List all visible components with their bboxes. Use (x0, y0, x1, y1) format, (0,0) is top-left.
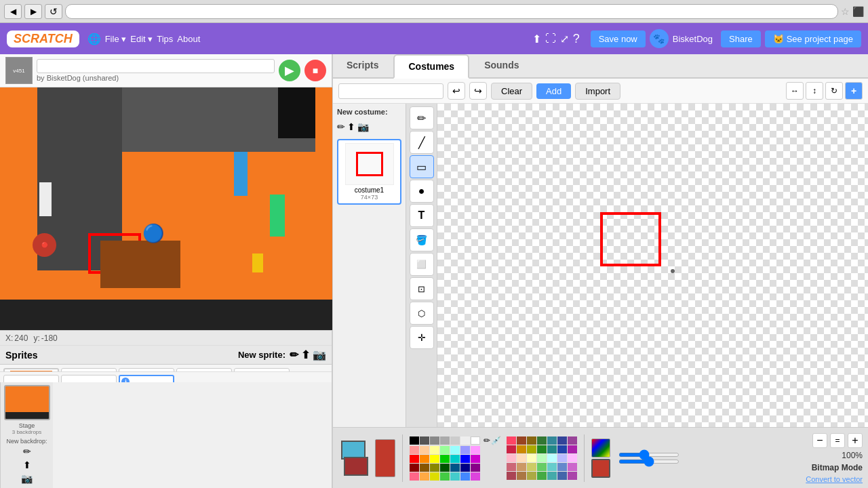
undo-button[interactable]: ↩ (448, 82, 465, 100)
camera-sprite-icon[interactable]: 📷 (313, 348, 326, 361)
see-project-button[interactable]: 🐱 See project page (765, 30, 861, 47)
globe-icon: 🌐 (87, 33, 101, 45)
paint-backdrop-icon[interactable]: ✏ (23, 446, 31, 457)
camera-backdrop-icon[interactable]: 📷 (21, 473, 33, 484)
select-tool[interactable]: ⊡ (410, 277, 434, 300)
project-sprite-thumb: v451 (5, 57, 33, 84)
zoom-equal-button[interactable]: = (830, 433, 845, 448)
paint-sprite-icon[interactable]: ✏ (290, 348, 298, 361)
tab-costumes[interactable]: Costumes (393, 54, 469, 79)
stage-blue-character: 🔵 (142, 223, 164, 244)
stage-sprite-green (270, 195, 285, 237)
fill-tool[interactable]: 🪣 (410, 228, 434, 251)
user-area[interactable]: 🐾 BisketDog (650, 29, 713, 48)
upload-new-costume-icon[interactable]: ⬆ (347, 121, 355, 132)
zoom-plus-button[interactable]: + (848, 433, 863, 448)
sprite-card-mask[interactable]: Mask (3, 375, 59, 382)
camera-new-costume-icon[interactable]: 📷 (357, 121, 369, 132)
stage-sprite-yellow (252, 253, 263, 272)
opacity-slider[interactable] (618, 460, 679, 464)
costume-card-1[interactable]: costume1 74×73 (337, 139, 401, 205)
move-tool[interactable]: ✛ (410, 326, 434, 349)
eyedropper-icon[interactable]: 💉 (491, 436, 501, 445)
color-spectrum-swatch[interactable] (591, 439, 610, 458)
maximize-icon: ⤢ (560, 33, 569, 45)
drawn-rect (600, 212, 661, 266)
share-button[interactable]: Share (721, 30, 761, 47)
file-menu[interactable]: File ▾ (105, 34, 127, 44)
tab-sounds[interactable]: Sounds (471, 54, 532, 77)
clear-button[interactable]: Clear (491, 83, 532, 100)
address-bar[interactable]: https://scratch.mit.edu/projects/1305925… (65, 4, 838, 19)
flip-v-button[interactable]: ↕ (806, 82, 823, 100)
sprites-label: Sprites (5, 350, 37, 361)
avatar: 🐾 (650, 29, 669, 48)
scratch-logo[interactable]: SCRATCH (7, 30, 79, 47)
backdrops-count-label: 3 backdrops (12, 429, 42, 435)
new-costume-label: New costume: (337, 108, 401, 116)
stage-sprite-blue (234, 152, 248, 196)
pencil-tool[interactable]: ✏ (410, 106, 434, 129)
convert-to-vector-button[interactable]: Convert to vector (806, 475, 863, 483)
stage-backdrop-thumb (4, 385, 50, 420)
color-grid[interactable]: ✏ 💉 (410, 436, 501, 481)
stage-sprite-white (39, 182, 52, 216)
stop-button[interactable]: ■ (304, 60, 326, 81)
upload-sprite-icon[interactable]: ⬆ (301, 348, 310, 361)
stage-sprite-red-frame: 🔴 (33, 233, 56, 257)
about-link[interactable]: About (177, 34, 200, 44)
flip-h-button[interactable]: ↔ (786, 82, 804, 100)
star-icon: ☆ (841, 6, 850, 17)
active-color-2[interactable] (344, 457, 368, 476)
green-flag-button[interactable]: ▶ (279, 60, 300, 81)
project-title-input[interactable]: One Night at bisket dogs dog house-4 (37, 59, 275, 73)
extensions-icon: ⬛ (852, 6, 864, 17)
add-button[interactable]: Add (536, 83, 571, 99)
line-tool[interactable]: ╱ (410, 131, 434, 154)
import-button[interactable]: Import (575, 83, 620, 100)
author-label: by BisketDog (unshared) (37, 74, 275, 82)
costume-1-name: costume1 (355, 186, 384, 194)
stage-thumb-label: Stage (19, 422, 35, 429)
selected-color-indicator[interactable] (591, 459, 610, 478)
tips-link[interactable]: Tips (157, 34, 173, 44)
back-button[interactable]: ◀ (4, 4, 22, 19)
ellipse-tool[interactable]: ● (410, 180, 434, 203)
add-toolbar-button[interactable]: + (845, 82, 863, 100)
reload-button[interactable]: ↺ (45, 4, 62, 19)
new-sprite-label: New sprite: (238, 350, 285, 360)
selection-handle (671, 269, 675, 273)
eraser-tool[interactable]: ⬜ (410, 253, 434, 276)
costume-name-input[interactable]: costume1 (338, 83, 443, 99)
stamp-tool[interactable]: ⬡ (410, 302, 434, 325)
paint-new-costume-icon[interactable]: ✏ (337, 121, 345, 132)
bitmap-mode-button[interactable]: Bitmap Mode (812, 463, 863, 472)
stage-brown-box (100, 241, 180, 288)
new-backdrop-label: New backdrop: (6, 438, 47, 445)
sprite-card-triangle[interactable] (61, 375, 117, 382)
zoom-minus-button[interactable]: − (812, 433, 827, 448)
forward-button[interactable]: ▶ (24, 4, 42, 19)
help-icon: ? (573, 32, 580, 46)
big-red-swatch[interactable] (375, 439, 395, 477)
username-label: BisketDog (673, 34, 713, 44)
fullscreen-icon: ⛶ (545, 33, 556, 45)
pen-icon[interactable]: ✏ (484, 436, 490, 445)
see-project-icon: 🐱 (773, 34, 784, 44)
x-label: X: (5, 333, 13, 343)
save-now-button[interactable]: Save now (591, 30, 646, 47)
edit-menu[interactable]: Edit ▾ (130, 34, 153, 44)
palette-right-panel: − = + 100% Bitmap Mode Convert to vector (781, 433, 863, 483)
redo-button[interactable]: ↪ (469, 82, 487, 100)
tab-scripts[interactable]: Scripts (333, 54, 392, 77)
costume-1-size: 74×73 (361, 194, 378, 201)
y-value: -180 (41, 333, 58, 343)
zoom-percent-label: 100% (842, 451, 863, 460)
y-label: y: (33, 333, 39, 343)
upload-icon: ⬆ (532, 33, 541, 45)
sprite-card-costume-active[interactable]: ℹ (119, 375, 174, 382)
rotate-button[interactable]: ↻ (825, 82, 843, 100)
rect-tool[interactable]: ▭ (410, 155, 434, 178)
text-tool[interactable]: T (410, 204, 434, 227)
upload-backdrop-icon[interactable]: ⬆ (23, 460, 31, 470)
